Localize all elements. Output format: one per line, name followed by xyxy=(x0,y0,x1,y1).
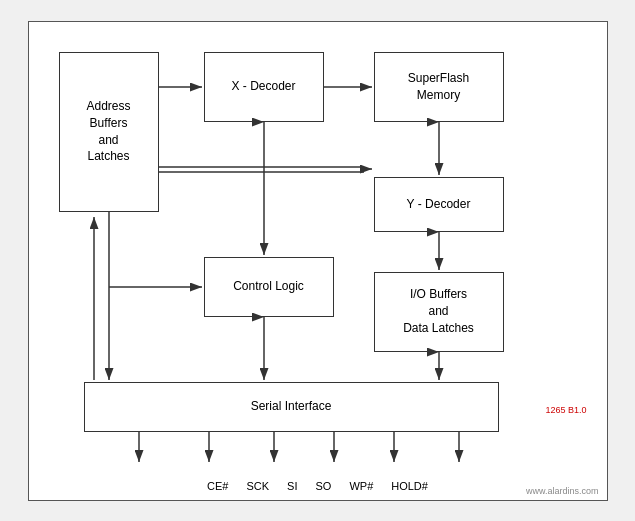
address-block: Address Buffers and Latches xyxy=(59,52,159,212)
signal-ce: CE# xyxy=(207,480,228,492)
watermark: www.alardins.com xyxy=(526,486,599,496)
controllogic-block: Control Logic xyxy=(204,257,334,317)
ydecoder-block: Y - Decoder xyxy=(374,177,504,232)
serial-block: Serial Interface xyxy=(84,382,499,432)
signal-labels: CE# SCK SI SO WP# HOLD# xyxy=(29,480,607,492)
signal-wp: WP# xyxy=(349,480,373,492)
xdecoder-block: X - Decoder xyxy=(204,52,324,122)
signal-sck: SCK xyxy=(246,480,269,492)
superflash-block: SuperFlash Memory xyxy=(374,52,504,122)
version-label: 1265 B1.0 xyxy=(545,405,586,415)
diagram-container: Address Buffers and Latches X - Decoder … xyxy=(28,21,608,501)
signal-hold: HOLD# xyxy=(391,480,428,492)
signal-so: SO xyxy=(316,480,332,492)
iobuffers-block: I/O Buffers and Data Latches xyxy=(374,272,504,352)
signal-si: SI xyxy=(287,480,297,492)
